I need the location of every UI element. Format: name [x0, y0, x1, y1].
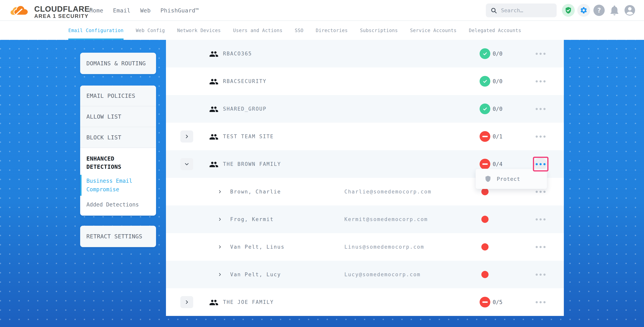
- sidebar-item-added-detections[interactable]: Added Detections: [80, 200, 156, 210]
- status-protected-badge: [480, 76, 490, 87]
- status-unprotected-dot: [481, 243, 488, 251]
- member-name: Van Pelt, Lucy: [230, 272, 281, 278]
- group-row: THE JOE FAMILY0/5: [166, 288, 564, 316]
- brand-name: CLOUDFLARE®: [34, 5, 92, 13]
- tab-web-config[interactable]: Web Config: [136, 21, 165, 40]
- nav-link-email[interactable]: Email: [113, 7, 130, 14]
- group-row: TEST TEAM SITE0/1: [166, 123, 564, 150]
- minus-icon: [482, 163, 488, 165]
- shield-icon: [484, 175, 492, 183]
- search-input[interactable]: [501, 7, 552, 13]
- status-unprotected-badge: [480, 159, 490, 170]
- group-row: SHARED_GROUP0/0: [166, 95, 564, 123]
- protected-count: 0/5: [493, 299, 502, 306]
- status-unprotected-dot: [481, 271, 488, 278]
- sidebar-item-domains-routing[interactable]: DOMAINS & ROUTING: [80, 53, 156, 74]
- group-name: RBACO365: [223, 51, 252, 56]
- app-window: CLOUDFLARE® AREA 1 SECURITY HomeEmailWeb…: [0, 0, 644, 327]
- tab-email-configuration[interactable]: Email Configuration: [68, 21, 124, 40]
- sidebar-policy-items: EMAIL POLICIESALLOW LISTBLOCK LIST: [80, 85, 156, 148]
- sidebar-item-retract-settings[interactable]: RETRACT SETTINGS: [80, 226, 156, 247]
- member-chevron-icon[interactable]: [218, 217, 222, 221]
- group-icon: [209, 77, 218, 85]
- member-email: Charlie@somedemocorp.com: [344, 189, 432, 195]
- top-header: CLOUDFLARE® AREA 1 SECURITY HomeEmailWeb…: [0, 0, 644, 21]
- row-overflow-menu-button[interactable]: [534, 130, 547, 143]
- sidebar-item-enhanced-detections[interactable]: ENHANCED DETECTIONS: [86, 155, 145, 171]
- content-area: DOMAINS & ROUTING EMAIL POLICIESALLOW LI…: [0, 40, 644, 327]
- row-overflow-menu-button[interactable]: [534, 241, 547, 253]
- status-unprotected-dot: [481, 188, 488, 195]
- tab-subscriptions[interactable]: Subscriptions: [360, 21, 398, 40]
- expand-group-button[interactable]: [180, 130, 193, 142]
- member-name: Van Pelt, Linus: [230, 244, 285, 250]
- protected-count: 0/4: [493, 161, 502, 167]
- account-icon[interactable]: [624, 4, 636, 17]
- member-name: Frog, Kermit: [230, 216, 274, 222]
- search-icon: [490, 7, 497, 14]
- status-unprotected-badge: [480, 131, 490, 142]
- tab-directories[interactable]: Directories: [316, 21, 348, 40]
- tab-users-and-actions[interactable]: Users and Actions: [233, 21, 282, 40]
- sidebar-section-enhanced-detections: ENHANCED DETECTIONS Business Email Compr…: [80, 148, 156, 216]
- group-icon: [209, 49, 218, 58]
- collapse-group-button[interactable]: [180, 158, 193, 170]
- expand-group-button[interactable]: [180, 296, 193, 308]
- member-email: Lucy@somedemocorp.com: [344, 272, 421, 278]
- protect-menu-item[interactable]: Protect: [497, 176, 520, 182]
- minus-icon: [482, 302, 488, 303]
- tab-delegated-accounts[interactable]: Delegated Accounts: [469, 21, 521, 40]
- help-icon[interactable]: ?: [593, 4, 606, 17]
- group-name: SHARED_GROUP: [223, 106, 266, 112]
- context-menu-protect[interactable]: Protect: [476, 169, 547, 189]
- group-icon: [209, 132, 218, 141]
- header-nav: HomeEmailWebPhishGuard™: [89, 0, 199, 21]
- sidebar-item-email-policies[interactable]: EMAIL POLICIES: [80, 85, 156, 106]
- sidebar-policies-card: EMAIL POLICIESALLOW LISTBLOCK LIST ENHAN…: [80, 85, 156, 216]
- group-row: RBACO3650/0: [166, 40, 564, 67]
- config-tabbar: Email ConfigurationWeb ConfigNetwork Dev…: [0, 21, 644, 40]
- sidebar-item-business-email-compromise[interactable]: Business Email Compromise: [80, 176, 156, 195]
- sidebar-item-block-list[interactable]: BLOCK LIST: [80, 127, 156, 148]
- row-overflow-menu-button[interactable]: [534, 102, 547, 115]
- tab-service-accounts[interactable]: Service Accounts: [410, 21, 457, 40]
- row-overflow-menu-button[interactable]: [534, 47, 547, 60]
- member-email: Kermit@somedemocorp.com: [344, 216, 428, 222]
- row-overflow-menu-button[interactable]: [534, 213, 547, 226]
- tab-network-devices[interactable]: Network Devices: [177, 21, 221, 40]
- protected-count: 0/1: [493, 133, 502, 140]
- minus-icon: [482, 136, 488, 137]
- member-chevron-icon[interactable]: [218, 272, 222, 277]
- member-name: Brown, Charlie: [230, 189, 281, 195]
- group-name: TEST TEAM SITE: [223, 134, 274, 139]
- protected-count: 0/0: [493, 78, 502, 85]
- row-overflow-menu-button[interactable]: [534, 268, 547, 281]
- cloudflare-cloud-icon: [10, 1, 32, 19]
- sidebar-item-allow-list[interactable]: ALLOW LIST: [80, 106, 156, 127]
- search-box[interactable]: [486, 3, 557, 17]
- group-icon: [209, 298, 218, 307]
- group-row: RBACSECURITY0/0: [166, 67, 564, 95]
- row-overflow-menu-button[interactable]: [534, 296, 547, 309]
- group-icon: [209, 160, 218, 168]
- notifications-bell-icon[interactable]: [608, 4, 621, 17]
- status-protected-badge: [480, 104, 490, 114]
- nav-link-web[interactable]: Web: [140, 7, 151, 14]
- nav-link-home[interactable]: Home: [89, 7, 103, 14]
- status-protected-badge: [480, 48, 490, 59]
- row-overflow-menu-button[interactable]: [534, 75, 547, 88]
- nav-link-phishguard[interactable]: PhishGuard™: [160, 7, 199, 14]
- group-name: THE JOE FAMILY: [223, 299, 274, 305]
- settings-gear-icon[interactable]: [577, 4, 590, 17]
- member-row: Frog, KermitKermit@somedemocorp.com: [166, 206, 564, 233]
- protected-count: 0/0: [493, 106, 502, 112]
- tab-sso[interactable]: SSO: [295, 21, 304, 40]
- member-chevron-icon[interactable]: [218, 245, 222, 249]
- header-icon-row: ?: [562, 4, 636, 17]
- member-row: Van Pelt, LucyLucy@somedemocorp.com: [166, 261, 564, 288]
- group-name: RBACSECURITY: [223, 78, 266, 84]
- member-email: Linus@somedemocorp.com: [344, 244, 424, 250]
- cloudflare-logo[interactable]: CLOUDFLARE® AREA 1 SECURITY: [10, 1, 92, 19]
- member-chevron-icon[interactable]: [218, 190, 222, 194]
- shield-check-icon[interactable]: [562, 4, 575, 17]
